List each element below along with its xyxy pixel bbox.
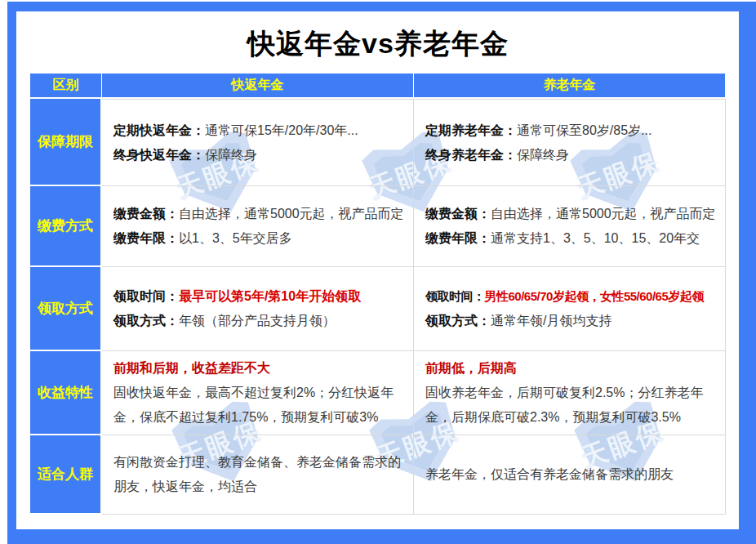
line-text: 自由选择，通常5000元起，视产品而定: [491, 207, 716, 221]
cell-suitable-left: 有闲散资金打理、教育金储备、养老金储备需求的朋友，快返年金，均适合: [102, 435, 414, 515]
line-text: 通常可保至80岁/85岁...: [517, 123, 651, 137]
header-cell-pension-annuity: 养老年金: [414, 74, 726, 99]
cell-body-text: 有闲散资金打理、教育金储备、养老金储备需求的朋友，快返年金，均适合: [113, 450, 407, 499]
line-label: 缴费年限：: [425, 231, 491, 245]
cell-coverage-period-left: 定期快返年金：通常可保15年/20年/30年... 终身快返年金：保障终身: [102, 99, 414, 186]
cell-suitable-right: 养老年金，仅适合有养老金储备需求的朋友: [414, 435, 726, 515]
cell-heading-highlight: 前期和后期，收益差距不大: [113, 356, 407, 381]
cell-body-text: 养老年金，仅适合有养老金储备需求的朋友: [425, 462, 718, 487]
line-text: 通常支持1、3、5、10、15、20年交: [491, 231, 700, 245]
row-label-payment-method: 缴费方式: [30, 186, 102, 267]
cell-withdrawal-method-right: 领取时间：男性60/65/70岁起领，女性55/60/65岁起领 领取方式：通常…: [414, 267, 726, 351]
line-label: 缴费年限：: [113, 231, 179, 245]
text-line: 定期养老年金：通常可保至80岁/85岁...: [425, 118, 718, 143]
text-line: 缴费金额：自由选择，通常5000元起，视产品而定: [425, 202, 718, 226]
line-text: 保障终身: [517, 148, 569, 162]
line-label: 终身养老年金：: [425, 148, 517, 162]
line-label: 领取时间：: [113, 289, 179, 303]
line-text: 通常年领/月领均支持: [491, 314, 611, 328]
row-label-yield-characteristics: 收益特性: [30, 351, 102, 435]
text-line: 领取方式：年领（部分产品支持月领）: [113, 309, 407, 333]
text-line: 定期快返年金：通常可保15年/20年/30年...: [113, 118, 407, 143]
line-text: 以1、3、5年交居多: [179, 231, 292, 245]
text-line: 缴费金额：自由选择，通常5000元起，视产品而定: [113, 202, 407, 226]
cell-payment-method-right: 缴费金额：自由选择，通常5000元起，视产品而定 缴费年限：通常支持1、3、5、…: [414, 186, 726, 267]
cell-heading-highlight: 前期低，后期高: [425, 356, 718, 381]
line-label: 领取时间：: [425, 289, 485, 303]
cell-withdrawal-method-left: 领取时间：最早可以第5年/第10年开始领取 领取方式：年领（部分产品支持月领）: [102, 267, 414, 351]
text-line: 领取时间：最早可以第5年/第10年开始领取: [113, 284, 407, 309]
line-text-highlight: 男性60/65/70岁起领，女性55/60/65岁起领: [485, 289, 704, 303]
header-cell-quick-return-annuity: 快返年金: [102, 74, 414, 99]
line-label: 缴费金额：: [425, 207, 491, 221]
comparison-table: 区别 快返年金 养老年金 保障期限 定期快返年金：通常可保15年/20年/30年…: [30, 74, 726, 515]
line-label: 定期快返年金：: [113, 123, 205, 137]
text-line: 领取方式：通常年领/月领均支持: [425, 309, 718, 333]
text-line: 终身快返年金：保障终身: [113, 143, 407, 167]
line-text: 年领（部分产品支持月领）: [179, 314, 336, 328]
text-line: 缴费年限：通常支持1、3、5、10、15、20年交: [425, 226, 718, 251]
text-line: 缴费年限：以1、3、5年交居多: [113, 226, 407, 251]
line-label: 缴费金额：: [113, 207, 179, 221]
row-label-withdrawal-method: 领取方式: [30, 267, 102, 351]
line-label: 终身快返年金：: [113, 148, 205, 162]
cell-body-text: 固收养老年金，后期可破复利2.5%；分红养老年金，后期保底可破2.3%，预期复利…: [425, 381, 718, 430]
line-text: 通常可保15年/20年/30年...: [205, 123, 358, 137]
line-text: 保障终身: [205, 148, 257, 162]
cell-payment-method-left: 缴费金额：自由选择，通常5000元起，视产品而定 缴费年限：以1、3、5年交居多: [102, 186, 414, 267]
cell-body-text: 固收快返年金，最高不超过复利2%；分红快返年金，保底不超过复利1.75%，预期复…: [113, 381, 407, 430]
row-label-suitable-people: 适合人群: [30, 435, 102, 515]
text-line: 终身养老年金：保障终身: [425, 143, 718, 167]
cell-yield-left: 前期和后期，收益差距不大 固收快返年金，最高不超过复利2%；分红快返年金，保底不…: [102, 351, 414, 435]
line-label: 领取方式：: [113, 314, 179, 328]
cell-yield-right: 前期低，后期高 固收养老年金，后期可破复利2.5%；分红养老年金，后期保底可破2…: [414, 351, 726, 435]
text-line: 领取时间：男性60/65/70岁起领，女性55/60/65岁起领: [425, 284, 718, 309]
page-title: 快返年金vs养老年金: [16, 25, 740, 63]
line-label: 定期养老年金：: [425, 123, 517, 137]
cell-coverage-period-right: 定期养老年金：通常可保至80岁/85岁... 终身养老年金：保障终身: [414, 99, 726, 186]
row-label-coverage-period: 保障期限: [30, 99, 102, 186]
line-label: 领取方式：: [425, 314, 491, 328]
line-text: 自由选择，通常5000元起，视产品而定: [179, 207, 404, 221]
line-text-highlight: 最早可以第5年/第10年开始领取: [179, 289, 361, 303]
header-cell-difference: 区别: [30, 74, 102, 99]
